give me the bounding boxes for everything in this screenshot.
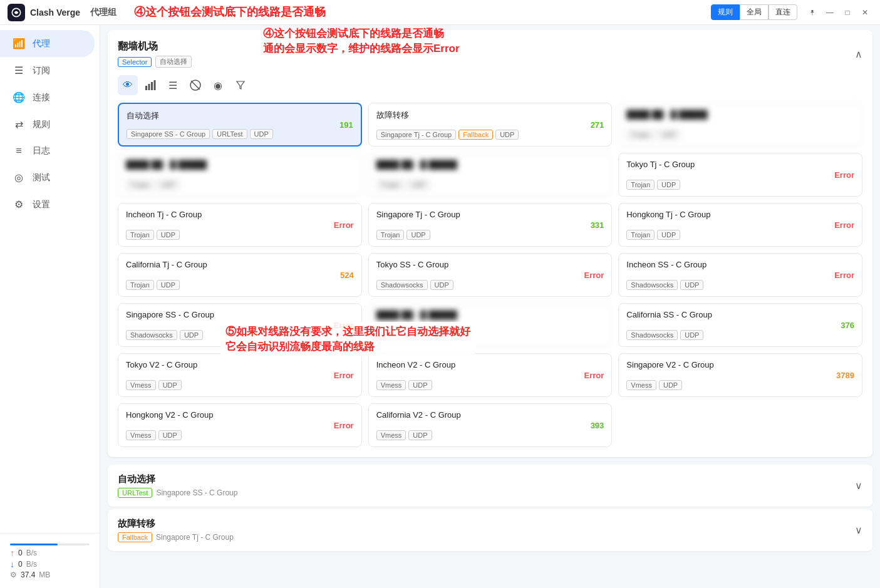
collapsed-title-auto: 自动选择: [118, 473, 237, 485]
toolbar-no-udp-icon[interactable]: [185, 75, 205, 95]
proxy-card-california-v2[interactable]: California V2 - C Group Vmess UDP 393: [368, 403, 613, 447]
sidebar-item-logs[interactable]: ≡ 日志: [0, 138, 100, 164]
memory-icon: ⚙: [10, 570, 17, 579]
proxy-card-california-ss[interactable]: California SS - C Group Shadowsocks UDP …: [618, 303, 862, 347]
subtitle: 代理组: [90, 7, 116, 18]
badge-udp3: UDP: [157, 230, 180, 240]
content-area: ④这个按钮会测试底下的线路是否通畅 通的会显示数字，维护的线路会显示Error …: [100, 25, 880, 588]
sidebar-item-proxy[interactable]: 📶 代理: [0, 30, 95, 57]
chevron-down-icon-auto[interactable]: ∨: [855, 480, 862, 492]
card-meta: Trojan UDP: [626, 130, 854, 140]
traffic-bar: [10, 544, 90, 545]
card-meta: Singapore Tj - C Group Fallback UDP: [376, 130, 604, 140]
card-meta: Trojan UDP: [376, 180, 604, 190]
proxy-card-singapore-tj[interactable]: Singapore Tj - C Group Trojan UDP 331: [368, 203, 613, 247]
card-latency: 376: [841, 321, 854, 330]
badge-udp5: UDP: [657, 230, 680, 240]
proxy-icon: 📶: [13, 38, 25, 49]
card-latency: 393: [591, 421, 604, 430]
sidebar-item-connect[interactable]: 🌐 连接: [0, 84, 100, 111]
group-chevron-up-icon[interactable]: ∧: [855, 48, 862, 60]
proxy-card-hongkong-v2[interactable]: Hongkong V2 - C Group Vmess UDP Error: [118, 403, 362, 447]
toolbar-filter-icon[interactable]: ☰: [163, 75, 183, 95]
minimize-btn[interactable]: —: [822, 5, 837, 20]
card-name: ████ ██ - █ █████: [376, 310, 604, 319]
proxy-card-singapore-v2[interactable]: Singapore V2 - C Group Vmess UDP 3789: [618, 353, 862, 397]
card-name: Incheon SS - C Group: [626, 260, 854, 269]
group-header: 翻墙机场 Selector 自动选择 ∧: [118, 40, 862, 68]
card-meta: Trojan UDP: [626, 180, 854, 190]
collapsed-group-auto[interactable]: 自动选择 URLTest Singapore SS - C Group ∨: [108, 465, 872, 507]
proxy-card-tokyo-tj[interactable]: Tokyo Tj - C Group Trojan UDP Error: [618, 153, 862, 197]
group-subtitle: Selector 自动选择: [118, 56, 192, 68]
badge-b1: Trojan: [626, 130, 655, 140]
proxy-card-blurred-4: ████ ██ - █ █████ Shadowsocks UDP: [368, 303, 613, 347]
badge-vmess: Vmess: [126, 380, 156, 390]
annotation-title: ④这个按钮会测试底下的线路是否通畅: [134, 5, 326, 19]
svg-rect-1: [145, 86, 147, 90]
toolbar-funnel-icon[interactable]: [230, 75, 251, 95]
card-meta: Vmess UDP: [626, 380, 854, 390]
toolbar-eye-icon[interactable]: 👁: [118, 75, 138, 95]
badge-udp15: UDP: [408, 430, 432, 440]
proxy-card-incheon-tj[interactable]: Incheon Tj - C Group Trojan UDP Error: [118, 203, 362, 247]
collapsed-group-failover[interactable]: 故障转移 Fallback Singapore Tj - C Group ∨: [108, 509, 872, 551]
app-title: Clash Verge: [30, 8, 80, 18]
card-meta: Vmess UDP: [376, 380, 604, 390]
proxy-card-california-tj[interactable]: California Tj - C Group Trojan UDP 524: [118, 253, 362, 297]
card-latency: 3789: [836, 371, 854, 380]
badge-trojan2: Trojan: [126, 230, 154, 240]
badge-fallback-collapsed: Fallback: [118, 532, 152, 542]
proxy-card-singapore-ss[interactable]: Singapore SS - C Group Shadowsocks UDP E…: [118, 303, 362, 347]
pin-btn[interactable]: 🖈: [805, 5, 820, 20]
badge-selector: Selector: [118, 57, 152, 67]
card-latency: Error: [584, 371, 604, 380]
proxy-card-tokyo-ss[interactable]: Tokyo SS - C Group Shadowsocks UDP Error: [368, 253, 613, 297]
card-latency: Error: [334, 371, 354, 380]
collapsed-group-left: 自动选择 URLTest Singapore SS - C Group: [118, 473, 237, 498]
traffic-bar-fill: [10, 544, 58, 545]
proxy-toolbar: 👁 ☰ ◉: [118, 75, 862, 95]
sidebar: 📶 代理 ☰ 订阅 🌐 连接 ⇄ 规则 ≡ 日志 ◎ 测试: [0, 25, 100, 588]
close-btn[interactable]: ✕: [857, 5, 872, 20]
card-name: Singapore SS - C Group: [126, 310, 354, 319]
card-meta: Trojan UDP: [126, 180, 354, 190]
sidebar-item-settings[interactable]: ⚙ 设置: [0, 191, 100, 218]
card-name: Hongkong Tj - C Group: [626, 210, 854, 219]
download-value: 0: [18, 560, 23, 569]
mode-btn-direct[interactable]: 直连: [769, 4, 797, 20]
proxy-card-failover[interactable]: 故障转移 Singapore Tj - C Group Fallback UDP…: [368, 103, 613, 147]
mode-btn-rules[interactable]: 规则: [711, 4, 740, 20]
sidebar-item-subscribe[interactable]: ☰ 订阅: [0, 57, 100, 84]
collapsed-sub-text-failover: Singapore Tj - C Group: [156, 533, 234, 542]
proxy-card-auto-select[interactable]: 自动选择 Singapore SS - C Group URLTest UDP …: [118, 103, 362, 147]
chevron-down-icon-failover[interactable]: ∨: [855, 524, 862, 536]
badge-b7: Shadowsocks: [376, 330, 428, 340]
toolbar-visibility-icon[interactable]: ◉: [208, 75, 228, 95]
badge-vmess2: Vmess: [376, 380, 406, 390]
proxy-card-hongkong-tj[interactable]: Hongkong Tj - C Group Trojan UDP Error: [618, 203, 862, 247]
card-meta: Trojan UDP: [376, 230, 604, 240]
settings-icon: ⚙: [13, 199, 25, 210]
badge-udp14: UDP: [158, 430, 182, 440]
group-title-area: 翻墙机场 Selector 自动选择: [118, 40, 192, 68]
traffic-download-row: ↓ 0 B/s: [10, 559, 90, 569]
toolbar-signal-icon[interactable]: [140, 75, 160, 95]
maximize-btn[interactable]: □: [840, 5, 855, 20]
card-latency: Error: [834, 271, 854, 280]
sidebar-label-subscribe: 订阅: [33, 65, 50, 76]
badge-b5: Trojan: [376, 180, 405, 190]
proxy-card-incheon-ss[interactable]: Incheon SS - C Group Shadowsocks UDP Err…: [618, 253, 862, 297]
card-latency: Error: [334, 321, 354, 330]
card-name: 故障转移: [376, 110, 604, 121]
proxy-card-tokyo-v2[interactable]: Tokyo V2 - C Group Vmess UDP Error: [118, 353, 362, 397]
card-latency: 191: [339, 120, 353, 130]
collapsed-sub-text-auto: Singapore SS - C Group: [156, 488, 237, 497]
sidebar-item-test[interactable]: ◎ 测试: [0, 164, 100, 191]
collapsed-sub-auto: URLTest Singapore SS - C Group: [118, 488, 237, 498]
badge-vmess3: Vmess: [626, 380, 656, 390]
sidebar-label-logs: 日志: [33, 145, 50, 157]
sidebar-item-rules[interactable]: ⇄ 规则: [0, 111, 100, 138]
mode-btn-global[interactable]: 全局: [740, 4, 769, 20]
proxy-card-incheon-v2[interactable]: Incheon V2 - C Group Vmess UDP Error: [368, 353, 613, 397]
